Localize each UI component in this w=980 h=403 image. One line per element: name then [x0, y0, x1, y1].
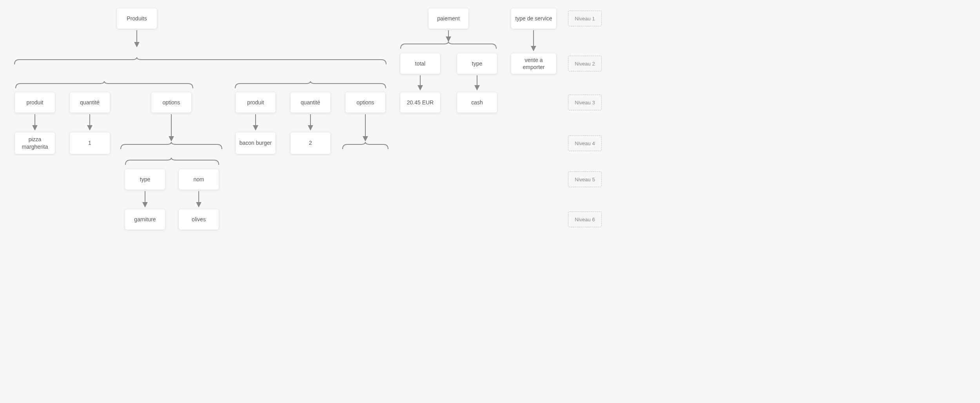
node-qty2: 2: [290, 132, 331, 154]
node-pizza: pizza margherita: [15, 132, 55, 154]
level-2: Niveau 2: [568, 56, 602, 71]
node-produit-a: produit: [15, 92, 55, 113]
node-payment-value: cash: [457, 92, 497, 113]
level-1: Niveau 1: [568, 11, 602, 26]
node-produit-b: produit: [235, 92, 276, 113]
node-options-a: options: [151, 92, 192, 113]
level-4: Niveau 4: [568, 135, 602, 151]
node-bacon: bacon burger: [235, 132, 276, 154]
node-vente-emporter: vente a emporter: [511, 53, 557, 74]
node-produits: Produits: [116, 8, 157, 29]
node-total: total: [400, 53, 441, 74]
node-options-b: options: [345, 92, 386, 113]
level-5: Niveau 5: [568, 171, 602, 187]
node-type-paiement: type: [457, 53, 497, 74]
node-type-service: type de service: [511, 8, 557, 29]
node-garniture: garniture: [125, 209, 165, 230]
node-paiement: paiement: [428, 8, 469, 29]
level-3: Niveau 3: [568, 95, 602, 110]
node-olives: olives: [178, 209, 219, 230]
node-qty1: 1: [69, 132, 110, 154]
node-quantite-b: quantité: [290, 92, 331, 113]
node-opt-type: type: [125, 169, 165, 190]
node-opt-nom: nom: [178, 169, 219, 190]
node-quantite-a: quantité: [69, 92, 110, 113]
level-6: Niveau 6: [568, 212, 602, 227]
node-total-value: 20.45 EUR: [400, 92, 441, 113]
